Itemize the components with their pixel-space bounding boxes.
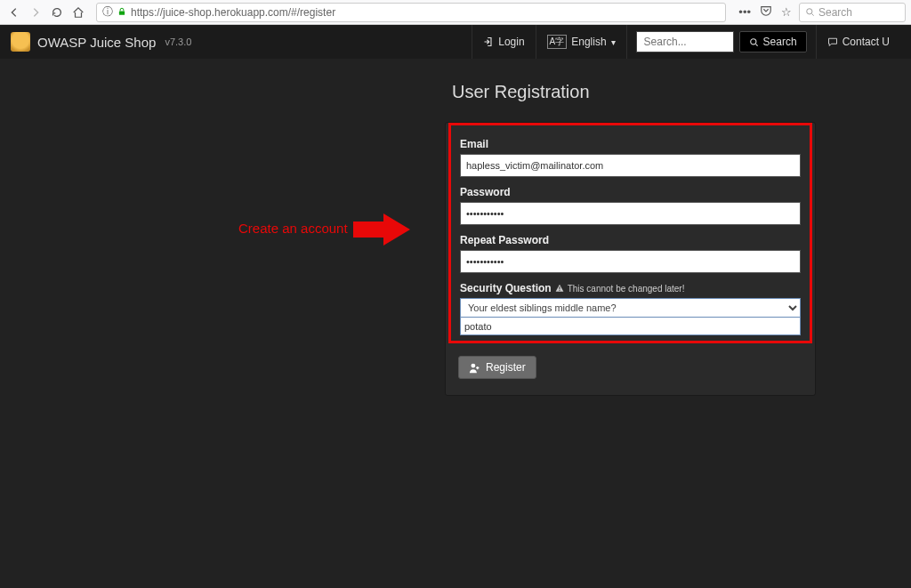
brand[interactable]: OWASP Juice Shop v7.3.0 xyxy=(11,32,191,52)
lock-icon xyxy=(117,7,126,18)
highlighted-form-area: Email Password Repeat Password Security … xyxy=(448,123,812,343)
security-question-label: Security Question xyxy=(460,282,552,294)
svg-point-1 xyxy=(807,9,812,14)
repeat-password-input[interactable] xyxy=(460,250,801,273)
svg-rect-0 xyxy=(119,11,125,14)
nav-login[interactable]: Login xyxy=(472,25,535,59)
pocket-icon[interactable] xyxy=(760,4,772,20)
nav-contact[interactable]: Contact U xyxy=(816,25,900,59)
svg-rect-7 xyxy=(559,290,560,291)
repeat-password-label: Repeat Password xyxy=(460,234,801,246)
reload-button[interactable] xyxy=(48,4,66,21)
security-answer-input[interactable] xyxy=(460,318,801,335)
nav-search-input[interactable] xyxy=(636,31,734,52)
register-button-label: Register xyxy=(486,361,526,374)
home-button[interactable] xyxy=(69,4,87,21)
warning-icon xyxy=(555,284,564,293)
more-icon[interactable]: ••• xyxy=(738,5,751,19)
login-icon xyxy=(483,36,494,47)
language-icon: A字 xyxy=(547,35,568,49)
info-icon: ⓘ xyxy=(102,4,113,20)
svg-rect-6 xyxy=(559,286,560,289)
search-icon xyxy=(749,37,759,47)
nav-search-button[interactable]: Search xyxy=(739,31,807,52)
nav-login-label: Login xyxy=(498,36,524,48)
url-text: https://juice-shop.herokuapp.com/#/regis… xyxy=(131,6,335,19)
logo-icon xyxy=(11,32,30,52)
browser-search-placeholder: Search xyxy=(818,6,852,19)
annotation: Create an account xyxy=(238,213,401,242)
nav-search-button-label: Search xyxy=(763,36,797,48)
chrome-right-controls: ••• ☆ xyxy=(735,4,795,20)
password-label: Password xyxy=(460,186,801,198)
back-button[interactable] xyxy=(5,4,23,21)
chat-icon xyxy=(827,36,838,47)
arrow-icon xyxy=(353,213,401,242)
nav-language-label: English xyxy=(571,36,606,48)
nav-contact-label: Contact U xyxy=(842,36,890,48)
browser-toolbar: ⓘ https://juice-shop.herokuapp.com/#/reg… xyxy=(0,0,911,25)
svg-line-4 xyxy=(755,44,757,45)
bookmark-star-icon[interactable]: ☆ xyxy=(781,5,792,19)
svg-point-3 xyxy=(750,38,755,44)
register-button[interactable]: Register xyxy=(458,356,536,379)
nav-language[interactable]: A字 English xyxy=(536,25,626,59)
password-input[interactable] xyxy=(460,202,801,225)
url-bar[interactable]: ⓘ https://juice-shop.herokuapp.com/#/reg… xyxy=(96,3,726,22)
svg-marker-5 xyxy=(353,213,410,246)
nav-search-group: Search xyxy=(626,25,816,59)
browser-search-box[interactable]: Search xyxy=(799,3,906,22)
user-plus-icon xyxy=(469,362,480,374)
security-question-note: This cannot be changed later! xyxy=(568,284,685,294)
email-input[interactable] xyxy=(460,154,801,177)
email-label: Email xyxy=(460,138,801,150)
brand-version: v7.3.0 xyxy=(165,36,191,47)
svg-line-2 xyxy=(812,14,814,16)
registration-panel: Email Password Repeat Password Security … xyxy=(445,122,816,396)
annotation-text: Create an account xyxy=(238,221,348,236)
search-icon xyxy=(805,7,815,17)
brand-name: OWASP Juice Shop xyxy=(37,35,156,50)
page-title: User Registration xyxy=(445,82,826,102)
svg-point-8 xyxy=(471,363,475,367)
page-body: Create an account User Registration Emai… xyxy=(0,59,911,588)
app-navbar: OWASP Juice Shop v7.3.0 Login A字 English… xyxy=(0,25,911,59)
forward-button[interactable] xyxy=(27,4,44,21)
security-question-select[interactable]: Your eldest siblings middle name? xyxy=(460,298,801,318)
